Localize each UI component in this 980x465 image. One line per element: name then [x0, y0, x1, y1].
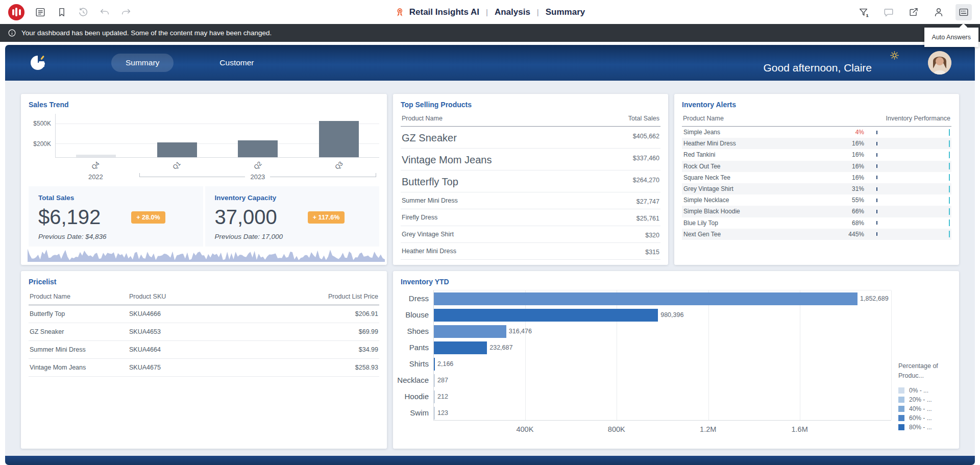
table-row[interactable]: Red Tankini$260 — [401, 260, 660, 265]
table-row[interactable]: Heather Mini Dress$315 — [401, 243, 660, 260]
cell-name: Blue Lily Top — [683, 219, 834, 227]
ytd-category-axis: Dress Blouse Shoes Pants Shirts Necklace… — [401, 290, 433, 434]
kpi-value: $6,192 — [38, 206, 101, 229]
table-row[interactable]: Butterfly TopSKUA4666$206.91 — [29, 305, 379, 323]
bar-shirts[interactable] — [434, 358, 435, 371]
cell-name: Summer Mini Dress — [402, 196, 458, 204]
badge-ribbon-icon — [395, 7, 405, 17]
table-row[interactable]: Blue Lily Top68% — [682, 217, 951, 229]
inventory-ytd-panel: Inventory YTD Dress Blouse Shoes Pants S… — [393, 271, 959, 449]
avatar[interactable] — [928, 51, 951, 75]
info-icon — [8, 29, 16, 37]
cell-pct: 16% — [834, 174, 864, 181]
legend-item[interactable]: 0% - ... — [898, 386, 951, 395]
table-row[interactable]: Square Neck Tee16% — [682, 172, 951, 183]
kpi-value: 37,000 — [215, 206, 277, 229]
table-row[interactable]: Simple Jeans4% — [682, 127, 951, 138]
story-outline-icon[interactable] — [35, 7, 46, 18]
kpi-inventory-capacity: Inventory Capacity 37,000 + 117.6% Previ… — [205, 186, 380, 247]
table-row[interactable]: Summer Mini DressSKUA4664$34.99 — [29, 341, 379, 359]
bullet-marker — [876, 221, 877, 225]
legend-item[interactable]: 80% - ... — [898, 423, 951, 432]
table-row[interactable]: Next Gen Tee445% — [682, 229, 951, 240]
comment-icon[interactable] — [880, 4, 897, 20]
table-row[interactable]: Heather Mini Dress16% — [682, 138, 951, 149]
sales-trend-y-axis: $500K $200K — [29, 114, 55, 158]
greeting-text: Good afternoon, Claire — [764, 62, 872, 74]
bullet-marker — [876, 210, 877, 213]
redo-icon[interactable] — [120, 7, 132, 18]
table-row[interactable]: Simple Necklace55% — [682, 194, 951, 206]
cell-pct: 31% — [834, 185, 864, 192]
bullet-marker — [876, 142, 877, 145]
pie-logo-icon[interactable] — [29, 54, 47, 72]
table-row[interactable]: Red Tankini16% — [682, 149, 951, 160]
table-row[interactable]: Vintage Mom JeansSKUA4675$258.93 — [29, 359, 379, 377]
profile-icon[interactable] — [930, 4, 947, 20]
table-row[interactable]: GZ Sneaker$405,662 — [401, 127, 660, 149]
sales-trend-year-axis: 2022 2023 — [55, 171, 379, 182]
table-row[interactable]: Simple Black Hoodie66% — [682, 206, 951, 217]
bar-q4-2022[interactable] — [76, 155, 116, 157]
bar-shoes[interactable] — [434, 325, 506, 338]
year-label-2023: 2023 — [245, 173, 270, 181]
table-row[interactable]: Grey Vintage Shirt$320 — [401, 226, 660, 243]
bar-swim[interactable] — [434, 407, 435, 420]
cell-name: Next Gen Tee — [683, 231, 834, 238]
legend-swatch — [898, 406, 904, 412]
table-row[interactable]: Rock Out Tee16% — [682, 161, 951, 172]
bookmark-icon[interactable] — [56, 7, 67, 18]
bar-row-necklace: 287 — [434, 372, 891, 388]
table-row[interactable]: Summer Mini Dress$27,747 — [401, 192, 660, 209]
bullet-target — [949, 140, 950, 147]
bar-hoodie[interactable] — [434, 390, 435, 403]
bar-value-label: 123 — [437, 409, 448, 417]
legend-item[interactable]: 60% - ... — [898, 413, 951, 423]
undo-icon[interactable] — [99, 7, 110, 18]
page-tabs: Summary Customer — [111, 54, 268, 72]
inventory-ytd-chart: Dress Blouse Shoes Pants Shirts Necklace… — [401, 290, 951, 434]
top-toolbar: Retail Insights AI | Analysis | Summary … — [0, 0, 980, 24]
cell-name: Simple Black Hoodie — [683, 208, 834, 215]
cell-name: Grey Vintage Shirt — [402, 230, 454, 238]
app-logo[interactable] — [8, 4, 24, 20]
bar-q2-2023[interactable] — [238, 140, 278, 157]
cell-value: $315 — [645, 247, 659, 256]
table-row[interactable]: GZ SneakerSKUA4653$69.99 — [29, 323, 379, 341]
table-row[interactable]: Butterfly Top$264,270 — [401, 170, 660, 192]
auto-answers-icon[interactable] — [955, 4, 972, 20]
cell-value: $337,460 — [633, 153, 659, 162]
bar-necklace[interactable] — [434, 374, 435, 387]
bar-value-label: 2,166 — [437, 360, 453, 368]
legend-item[interactable]: 40% - ... — [898, 404, 951, 413]
filter-icon[interactable]: 1 — [855, 4, 872, 20]
bullet-marker — [876, 187, 877, 191]
legend-swatch — [898, 424, 904, 430]
cell-name: GZ Sneaker — [402, 131, 457, 144]
tab-customer[interactable]: Customer — [205, 54, 268, 72]
history-icon[interactable] — [78, 7, 89, 18]
x-tick-label: Q1 — [172, 160, 182, 170]
table-row[interactable]: Vintage Mom Jeans$337,460 — [401, 149, 660, 170]
page-title: Summary — [546, 7, 585, 17]
bar-blouse[interactable] — [434, 309, 658, 322]
bar-dress[interactable] — [434, 292, 857, 305]
table-row[interactable]: Firefly Dress$25,761 — [401, 209, 660, 226]
theme-sun-icon[interactable] — [890, 51, 899, 60]
x-tick-label: Q2 — [252, 160, 263, 170]
share-icon[interactable] — [905, 4, 922, 20]
cat-label: Pants — [401, 339, 433, 355]
kpi-total-sales: Total Sales $6,192 + 28.0% Previous Date… — [29, 186, 203, 247]
bar-row-hoodie: 212 — [434, 388, 891, 405]
cell-value: $405,662 — [633, 131, 659, 140]
kpi-variance-badge: + 28.0% — [131, 211, 165, 224]
bar-q1-2023[interactable] — [157, 142, 197, 157]
table-row[interactable]: Grey Vintage Shirt31% — [682, 183, 951, 194]
bar-q3-2023[interactable] — [319, 121, 359, 157]
cat-label: Dress — [401, 290, 433, 306]
section-title: Analysis — [495, 7, 530, 17]
tab-summary[interactable]: Summary — [111, 54, 174, 72]
legend-item[interactable]: 20% - ... — [898, 395, 951, 404]
bar-pants[interactable] — [434, 341, 487, 354]
app-title: Retail Insights AI — [409, 7, 479, 17]
